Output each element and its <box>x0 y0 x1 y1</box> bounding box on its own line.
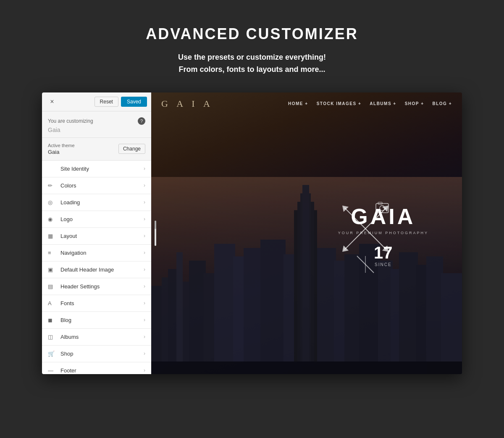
menu-item-label-default-header-image: Default Header Image <box>60 266 144 273</box>
customizer-wrapper: × Reset Saved You are customizing ? Gaia… <box>42 92 462 374</box>
preview-nav-link-0: HOME + <box>288 101 308 106</box>
svg-rect-7 <box>176 252 183 374</box>
menu-item-arrow-fonts: › <box>144 300 145 306</box>
menu-item-label-albums: Albums <box>60 334 144 340</box>
page-header: ADVANCED CUSTOMIZER Use the presets or c… <box>137 0 367 92</box>
preview-since: SINCE <box>338 262 428 267</box>
menu-item-site-identity[interactable]: Site Identity › <box>42 161 151 177</box>
menu-item-default-header-image[interactable]: ▣ Default Header Image › <box>42 261 151 278</box>
svg-rect-5 <box>189 261 206 374</box>
svg-rect-21 <box>378 261 393 374</box>
menu-item-arrow-logo: › <box>144 216 145 222</box>
theme-section: Active theme Gaia Change <box>42 138 151 161</box>
preview-background: G A I A HOME +STOCK IMAGES +ALBUMS +SHOP… <box>151 92 462 374</box>
menu-item-icon-footer: — <box>48 367 56 374</box>
menu-item-icon-colors: ✏ <box>48 182 56 189</box>
customizing-site-name: Gaia <box>48 127 145 133</box>
svg-rect-8 <box>214 244 235 374</box>
page-title: ADVANCED CUSTOMIZER <box>146 25 358 43</box>
menu-item-layout[interactable]: ▦ Layout › <box>42 228 151 245</box>
saved-button[interactable]: Saved <box>121 97 147 107</box>
menu-item-arrow-navigation: › <box>144 250 145 256</box>
menu-item-icon-blog: ◼ <box>48 317 56 323</box>
menu-item-icon-layout: ▦ <box>48 233 56 239</box>
menu-item-shop[interactable]: 🛒 Shop › <box>42 346 151 362</box>
preview-nav-link-2: ALBUMS + <box>370 101 396 106</box>
svg-rect-25 <box>426 256 443 374</box>
menu-item-arrow-default-header-image: › <box>144 266 145 272</box>
theme-info: Active theme Gaia <box>48 143 75 155</box>
menu-item-loading[interactable]: ◎ Loading › <box>42 194 151 211</box>
menu-item-label-site-identity: Site Identity <box>60 166 144 172</box>
menu-item-arrow-layout: › <box>144 233 145 239</box>
svg-rect-16 <box>302 185 309 374</box>
menu-item-arrow-footer: › <box>144 367 145 373</box>
menu-item-icon-default-header-image: ▣ <box>48 266 56 273</box>
svg-rect-11 <box>260 240 286 374</box>
menu-item-footer[interactable]: — Footer › <box>42 362 151 374</box>
svg-rect-27 <box>151 361 462 374</box>
theme-name: Gaia <box>48 149 75 155</box>
customizer-sidebar: × Reset Saved You are customizing ? Gaia… <box>42 92 151 374</box>
menu-item-icon-albums: ◫ <box>48 334 56 340</box>
customizing-section: You are customizing ? Gaia <box>42 111 151 138</box>
reset-button[interactable]: Reset <box>94 97 118 107</box>
menu-item-icon-fonts: A <box>48 300 56 306</box>
menu-item-label-footer: Footer <box>60 367 144 374</box>
preview-nav: G A I A HOME +STOCK IMAGES +ALBUMS +SHOP… <box>151 92 462 115</box>
menu-item-albums[interactable]: ◫ Albums › <box>42 329 151 346</box>
scroll-thumb <box>155 221 156 229</box>
preview-tagline: YOUR PREMIUM PHOTOGRAPHY <box>338 231 428 235</box>
preview-nav-link-1: STOCK IMAGES + <box>317 101 362 106</box>
customizer-preview: G A I A HOME +STOCK IMAGES +ALBUMS +SHOP… <box>151 92 462 374</box>
menu-item-fonts[interactable]: A Fonts › <box>42 295 151 312</box>
menu-item-icon-loading: ◎ <box>48 199 56 206</box>
menu-item-icon-logo: ◉ <box>48 216 56 222</box>
menu-items-list: Site Identity › ✏ Colors › ◎ Loading › ◉… <box>42 161 151 374</box>
menu-item-label-shop: Shop <box>60 351 144 357</box>
menu-item-label-blog: Blog <box>60 317 144 323</box>
menu-item-label-logo: Logo <box>60 216 144 222</box>
menu-item-arrow-albums: › <box>144 334 145 340</box>
menu-item-logo[interactable]: ◉ Logo › <box>42 211 151 228</box>
menu-item-arrow-shop: › <box>144 351 145 356</box>
preview-nav-link-4: BLOG + <box>432 101 452 106</box>
menu-item-icon-shop: 🛒 <box>48 351 56 357</box>
menu-item-icon-header-settings: ▤ <box>48 283 56 290</box>
preview-site-title: GAIA <box>338 206 428 227</box>
menu-item-arrow-loading: › <box>144 199 145 205</box>
active-theme-label: Active theme <box>48 143 75 148</box>
menu-item-blog[interactable]: ◼ Blog › <box>42 312 151 329</box>
preview-content: GAIA YOUR PREMIUM PHOTOGRAPHY 17 SINCE <box>338 206 428 267</box>
change-theme-button[interactable]: Change <box>118 144 145 154</box>
menu-item-colors[interactable]: ✏ Colors › <box>42 177 151 194</box>
help-icon[interactable]: ? <box>138 117 145 125</box>
menu-item-navigation[interactable]: ≡ Navigation › <box>42 245 151 261</box>
page-subtitle: Use the presets or customize everything!… <box>146 51 358 76</box>
menu-item-label-layout: Layout <box>60 233 144 239</box>
menu-item-arrow-blog: › <box>144 317 145 323</box>
menu-item-icon-navigation: ≡ <box>48 250 56 256</box>
svg-rect-26 <box>441 273 462 374</box>
menu-item-arrow-site-identity: › <box>144 166 145 172</box>
customizing-label-row: You are customizing ? <box>48 117 145 125</box>
menu-item-arrow-colors: › <box>144 182 145 188</box>
scroll-indicator[interactable] <box>155 221 156 246</box>
menu-item-label-fonts: Fonts <box>60 300 144 306</box>
svg-rect-17 <box>317 248 336 374</box>
close-button[interactable]: × <box>46 96 58 108</box>
menu-item-label-header-settings: Header Settings <box>60 283 144 290</box>
preview-nav-links: HOME +STOCK IMAGES +ALBUMS +SHOP +BLOG + <box>288 101 452 106</box>
menu-item-header-settings[interactable]: ▤ Header Settings › <box>42 278 151 295</box>
preview-logo: G A I A <box>161 98 213 109</box>
sidebar-topbar: × Reset Saved <box>42 92 151 111</box>
menu-item-label-navigation: Navigation <box>60 250 144 256</box>
svg-rect-23 <box>399 252 418 374</box>
menu-item-arrow-header-settings: › <box>144 283 145 289</box>
svg-rect-10 <box>244 248 262 374</box>
menu-item-label-loading: Loading <box>60 199 144 206</box>
customizing-label: You are customizing <box>48 118 93 124</box>
preview-nav-link-3: SHOP + <box>405 101 424 106</box>
preview-number: 17 <box>338 243 428 262</box>
topbar-actions: Reset Saved <box>94 97 147 107</box>
